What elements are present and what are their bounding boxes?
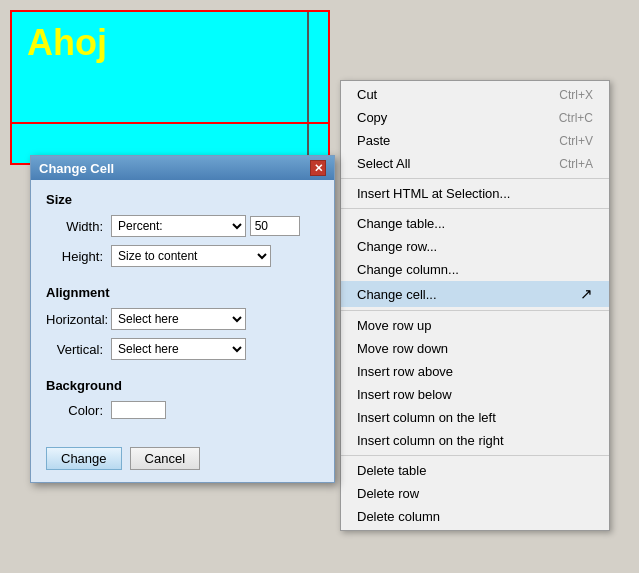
- menu-label-insert-row-above: Insert row above: [357, 364, 453, 379]
- menu-label-insert-col-right: Insert column on the right: [357, 433, 504, 448]
- cancel-button[interactable]: Cancel: [130, 447, 200, 470]
- color-label: Color:: [46, 403, 111, 418]
- menu-item-move-row-up[interactable]: Move row up: [341, 314, 609, 337]
- menu-item-insert-col-left[interactable]: Insert column on the left: [341, 406, 609, 429]
- height-row: Height: Size to content Pixels:: [46, 245, 319, 267]
- change-cell-dialog: Change Cell ✕ Size Width: Percent: Pixel…: [30, 155, 335, 483]
- menu-label-insert-row-below: Insert row below: [357, 387, 452, 402]
- horizontal-row: Horizontal: Select here Left Center Righ…: [46, 308, 319, 330]
- change-button[interactable]: Change: [46, 447, 122, 470]
- background-section-label: Background: [46, 378, 319, 393]
- menu-label-select-all: Select All: [357, 156, 410, 171]
- menu-item-insert-row-below[interactable]: Insert row below: [341, 383, 609, 406]
- menu-label-move-row-down: Move row down: [357, 341, 448, 356]
- menu-label-copy: Copy: [357, 110, 387, 125]
- editor-text: Ahoj: [12, 12, 328, 74]
- menu-item-change-row[interactable]: Change row...: [341, 235, 609, 258]
- cursor-icon: ↗: [580, 285, 593, 303]
- context-menu: Cut Ctrl+X Copy Ctrl+C Paste Ctrl+V Sele…: [340, 80, 610, 531]
- menu-label-delete-row: Delete row: [357, 486, 419, 501]
- vertical-row: Vertical: Select here Top Middle Bottom: [46, 338, 319, 360]
- menu-item-insert-col-right[interactable]: Insert column on the right: [341, 429, 609, 452]
- menu-separator-3: [341, 310, 609, 311]
- menu-item-cut[interactable]: Cut Ctrl+X: [341, 83, 609, 106]
- menu-item-select-all[interactable]: Select All Ctrl+A: [341, 152, 609, 175]
- menu-shortcut-copy: Ctrl+C: [559, 111, 593, 125]
- menu-label-cut: Cut: [357, 87, 377, 102]
- color-row: Color:: [46, 401, 319, 419]
- menu-item-insert-html[interactable]: Insert HTML at Selection...: [341, 182, 609, 205]
- menu-item-copy[interactable]: Copy Ctrl+C: [341, 106, 609, 129]
- menu-item-change-column[interactable]: Change column...: [341, 258, 609, 281]
- width-label: Width:: [46, 219, 111, 234]
- menu-separator-4: [341, 455, 609, 456]
- menu-label-change-row: Change row...: [357, 239, 437, 254]
- alignment-section-label: Alignment: [46, 285, 319, 300]
- width-unit-select[interactable]: Percent: Pixels:: [111, 215, 246, 237]
- menu-label-insert-col-left: Insert column on the left: [357, 410, 496, 425]
- menu-item-change-cell[interactable]: Change cell... ↗: [341, 281, 609, 307]
- menu-item-delete-table[interactable]: Delete table: [341, 459, 609, 482]
- editor-divider-horizontal: [12, 122, 328, 124]
- menu-label-change-cell: Change cell...: [357, 287, 437, 302]
- size-section-label: Size: [46, 192, 319, 207]
- menu-item-delete-row[interactable]: Delete row: [341, 482, 609, 505]
- menu-label-delete-column: Delete column: [357, 509, 440, 524]
- dialog-footer: Change Cancel: [31, 439, 334, 482]
- menu-separator-2: [341, 208, 609, 209]
- menu-label-delete-table: Delete table: [357, 463, 426, 478]
- editor-area: Ahoj: [10, 10, 330, 165]
- menu-item-delete-column[interactable]: Delete column: [341, 505, 609, 528]
- menu-item-move-row-down[interactable]: Move row down: [341, 337, 609, 360]
- color-picker[interactable]: [111, 401, 166, 419]
- dialog-titlebar: Change Cell ✕: [31, 156, 334, 180]
- menu-label-paste: Paste: [357, 133, 390, 148]
- menu-item-paste[interactable]: Paste Ctrl+V: [341, 129, 609, 152]
- menu-item-insert-row-above[interactable]: Insert row above: [341, 360, 609, 383]
- horizontal-select[interactable]: Select here Left Center Right: [111, 308, 246, 330]
- height-select[interactable]: Size to content Pixels:: [111, 245, 271, 267]
- menu-separator-1: [341, 178, 609, 179]
- menu-shortcut-select-all: Ctrl+A: [559, 157, 593, 171]
- menu-label-change-column: Change column...: [357, 262, 459, 277]
- width-row: Width: Percent: Pixels:: [46, 215, 319, 237]
- dialog-title: Change Cell: [39, 161, 114, 176]
- menu-label-move-row-up: Move row up: [357, 318, 431, 333]
- horizontal-label: Horizontal:: [46, 312, 111, 327]
- height-label: Height:: [46, 249, 111, 264]
- menu-label-insert-html: Insert HTML at Selection...: [357, 186, 510, 201]
- menu-label-change-table: Change table...: [357, 216, 445, 231]
- vertical-label: Vertical:: [46, 342, 111, 357]
- menu-item-change-table[interactable]: Change table...: [341, 212, 609, 235]
- dialog-body: Size Width: Percent: Pixels: Height: Siz…: [31, 180, 334, 439]
- menu-shortcut-cut: Ctrl+X: [559, 88, 593, 102]
- width-value-input[interactable]: [250, 216, 300, 236]
- vertical-select[interactable]: Select here Top Middle Bottom: [111, 338, 246, 360]
- dialog-close-button[interactable]: ✕: [310, 160, 326, 176]
- editor-divider-vertical: [307, 12, 309, 163]
- menu-shortcut-paste: Ctrl+V: [559, 134, 593, 148]
